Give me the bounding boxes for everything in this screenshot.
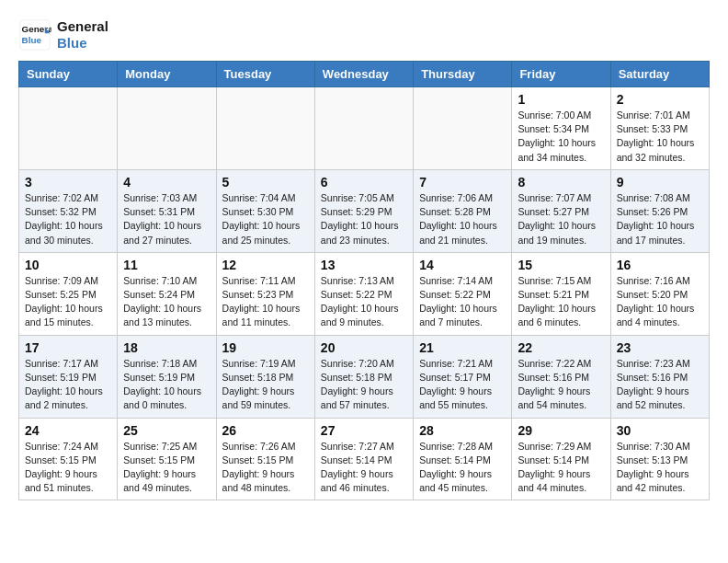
calendar-cell: 23Sunrise: 7:23 AMSunset: 5:16 PMDayligh… xyxy=(610,335,709,418)
calendar-cell: 26Sunrise: 7:26 AMSunset: 5:15 PMDayligh… xyxy=(216,418,314,500)
day-number: 23 xyxy=(617,340,703,355)
svg-text:Blue: Blue xyxy=(22,35,42,45)
calendar-cell: 21Sunrise: 7:21 AMSunset: 5:17 PMDayligh… xyxy=(414,335,512,418)
calendar-cell: 13Sunrise: 7:13 AMSunset: 5:22 PMDayligh… xyxy=(314,252,413,335)
day-info: Sunrise: 7:19 AMSunset: 5:18 PMDaylight:… xyxy=(222,357,309,413)
calendar-cell xyxy=(314,87,413,170)
day-number: 11 xyxy=(123,258,210,272)
calendar-cell: 24Sunrise: 7:24 AMSunset: 5:15 PMDayligh… xyxy=(19,418,118,500)
day-info: Sunrise: 7:07 AMSunset: 5:27 PMDaylight:… xyxy=(518,191,604,247)
calendar-cell: 22Sunrise: 7:22 AMSunset: 5:16 PMDayligh… xyxy=(512,335,610,418)
logo-line1: General xyxy=(57,18,108,35)
weekday-monday: Monday xyxy=(118,62,216,87)
day-number: 10 xyxy=(25,258,111,272)
calendar-cell: 1Sunrise: 7:00 AMSunset: 5:34 PMDaylight… xyxy=(512,87,610,170)
day-info: Sunrise: 7:20 AMSunset: 5:18 PMDaylight:… xyxy=(321,357,407,413)
week-row-4: 17Sunrise: 7:17 AMSunset: 5:19 PMDayligh… xyxy=(19,335,710,418)
day-number: 24 xyxy=(25,423,111,438)
day-number: 12 xyxy=(222,258,309,272)
day-info: Sunrise: 7:01 AMSunset: 5:33 PMDaylight:… xyxy=(617,109,703,165)
day-info: Sunrise: 7:25 AMSunset: 5:15 PMDaylight:… xyxy=(123,440,210,496)
day-number: 27 xyxy=(321,423,407,438)
day-info: Sunrise: 7:30 AMSunset: 5:13 PMDaylight:… xyxy=(617,440,703,496)
calendar-cell: 17Sunrise: 7:17 AMSunset: 5:19 PMDayligh… xyxy=(19,335,118,418)
calendar-cell: 6Sunrise: 7:05 AMSunset: 5:29 PMDaylight… xyxy=(314,169,413,252)
day-info: Sunrise: 7:29 AMSunset: 5:14 PMDaylight:… xyxy=(518,440,604,496)
day-info: Sunrise: 7:17 AMSunset: 5:19 PMDaylight:… xyxy=(25,357,111,413)
day-number: 20 xyxy=(321,340,407,355)
day-number: 26 xyxy=(222,423,309,438)
week-row-2: 3Sunrise: 7:02 AMSunset: 5:32 PMDaylight… xyxy=(19,169,710,252)
day-info: Sunrise: 7:27 AMSunset: 5:14 PMDaylight:… xyxy=(321,440,407,496)
calendar-cell: 27Sunrise: 7:27 AMSunset: 5:14 PMDayligh… xyxy=(314,418,413,500)
day-number: 2 xyxy=(617,92,703,107)
calendar-cell: 15Sunrise: 7:15 AMSunset: 5:21 PMDayligh… xyxy=(512,252,610,335)
calendar-cell xyxy=(118,87,216,170)
calendar-cell: 29Sunrise: 7:29 AMSunset: 5:14 PMDayligh… xyxy=(512,418,610,500)
day-info: Sunrise: 7:02 AMSunset: 5:32 PMDaylight:… xyxy=(25,191,111,247)
weekday-header-row: SundayMondayTuesdayWednesdayThursdayFrid… xyxy=(19,62,710,87)
week-row-1: 1Sunrise: 7:00 AMSunset: 5:34 PMDaylight… xyxy=(19,87,710,170)
week-row-5: 24Sunrise: 7:24 AMSunset: 5:15 PMDayligh… xyxy=(19,418,710,500)
day-number: 3 xyxy=(25,175,111,190)
day-info: Sunrise: 7:03 AMSunset: 5:31 PMDaylight:… xyxy=(123,191,210,247)
calendar-cell: 5Sunrise: 7:04 AMSunset: 5:30 PMDaylight… xyxy=(216,169,314,252)
calendar-cell: 18Sunrise: 7:18 AMSunset: 5:19 PMDayligh… xyxy=(118,335,216,418)
day-number: 30 xyxy=(617,423,703,438)
day-number: 18 xyxy=(123,340,210,355)
weekday-saturday: Saturday xyxy=(610,62,709,87)
day-number: 19 xyxy=(222,340,309,355)
calendar-cell: 8Sunrise: 7:07 AMSunset: 5:27 PMDaylight… xyxy=(512,169,610,252)
day-number: 25 xyxy=(123,423,210,438)
day-info: Sunrise: 7:16 AMSunset: 5:20 PMDaylight:… xyxy=(617,274,703,330)
day-number: 16 xyxy=(617,258,703,272)
week-row-3: 10Sunrise: 7:09 AMSunset: 5:25 PMDayligh… xyxy=(19,252,710,335)
day-number: 14 xyxy=(419,258,506,272)
calendar-cell xyxy=(414,87,512,170)
weekday-friday: Friday xyxy=(512,62,610,87)
day-info: Sunrise: 7:04 AMSunset: 5:30 PMDaylight:… xyxy=(222,191,309,247)
logo-text: General Blue xyxy=(57,18,108,52)
day-info: Sunrise: 7:11 AMSunset: 5:23 PMDaylight:… xyxy=(222,274,309,330)
header: General Blue General Blue xyxy=(18,18,710,52)
calendar-cell: 14Sunrise: 7:14 AMSunset: 5:22 PMDayligh… xyxy=(414,252,512,335)
calendar-cell: 19Sunrise: 7:19 AMSunset: 5:18 PMDayligh… xyxy=(216,335,314,418)
day-number: 17 xyxy=(25,340,111,355)
calendar-cell: 25Sunrise: 7:25 AMSunset: 5:15 PMDayligh… xyxy=(118,418,216,500)
calendar-table: SundayMondayTuesdayWednesdayThursdayFrid… xyxy=(18,61,710,500)
day-info: Sunrise: 7:05 AMSunset: 5:29 PMDaylight:… xyxy=(321,191,407,247)
weekday-sunday: Sunday xyxy=(19,62,118,87)
calendar-cell xyxy=(19,87,118,170)
page: General Blue General Blue SundayMondayTu… xyxy=(0,0,728,510)
day-info: Sunrise: 7:13 AMSunset: 5:22 PMDaylight:… xyxy=(321,274,407,330)
calendar-cell: 28Sunrise: 7:28 AMSunset: 5:14 PMDayligh… xyxy=(414,418,512,500)
weekday-wednesday: Wednesday xyxy=(314,62,413,87)
calendar-cell: 7Sunrise: 7:06 AMSunset: 5:28 PMDaylight… xyxy=(414,169,512,252)
day-number: 21 xyxy=(419,340,506,355)
calendar-cell: 3Sunrise: 7:02 AMSunset: 5:32 PMDaylight… xyxy=(19,169,118,252)
calendar-cell: 4Sunrise: 7:03 AMSunset: 5:31 PMDaylight… xyxy=(118,169,216,252)
calendar-cell: 20Sunrise: 7:20 AMSunset: 5:18 PMDayligh… xyxy=(314,335,413,418)
day-info: Sunrise: 7:21 AMSunset: 5:17 PMDaylight:… xyxy=(419,357,506,413)
calendar-cell: 30Sunrise: 7:30 AMSunset: 5:13 PMDayligh… xyxy=(610,418,709,500)
day-number: 1 xyxy=(518,92,604,107)
weekday-tuesday: Tuesday xyxy=(216,62,314,87)
calendar-cell: 10Sunrise: 7:09 AMSunset: 5:25 PMDayligh… xyxy=(19,252,118,335)
day-number: 28 xyxy=(419,423,506,438)
day-info: Sunrise: 7:09 AMSunset: 5:25 PMDaylight:… xyxy=(25,274,111,330)
calendar-cell xyxy=(216,87,314,170)
logo: General Blue General Blue xyxy=(18,18,108,52)
day-number: 8 xyxy=(518,175,604,190)
logo-line2: Blue xyxy=(57,35,108,52)
day-number: 29 xyxy=(518,423,604,438)
day-number: 7 xyxy=(419,175,506,190)
calendar-cell: 9Sunrise: 7:08 AMSunset: 5:26 PMDaylight… xyxy=(610,169,709,252)
calendar-cell: 2Sunrise: 7:01 AMSunset: 5:33 PMDaylight… xyxy=(610,87,709,170)
day-number: 15 xyxy=(518,258,604,272)
logo-icon: General Blue xyxy=(18,18,51,52)
day-number: 22 xyxy=(518,340,604,355)
day-info: Sunrise: 7:23 AMSunset: 5:16 PMDaylight:… xyxy=(617,357,703,413)
day-number: 5 xyxy=(222,175,309,190)
day-info: Sunrise: 7:28 AMSunset: 5:14 PMDaylight:… xyxy=(419,440,506,496)
day-number: 4 xyxy=(123,175,210,190)
